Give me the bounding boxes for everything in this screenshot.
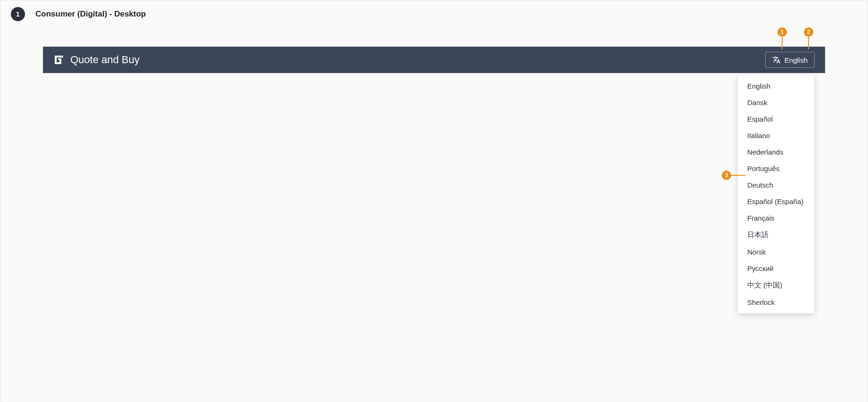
language-option[interactable]: 日本語: [738, 226, 814, 244]
language-option[interactable]: Русский: [738, 260, 814, 277]
page-header: 1 Consumer (Digital) - Desktop: [0, 0, 868, 28]
app-frame: 1 2 3 Quote and Buy English English Dans…: [43, 47, 825, 73]
language-option[interactable]: Italiano: [738, 127, 814, 144]
language-dropdown: English Dansk Español Italiano Nederland…: [738, 75, 814, 313]
translate-icon: [772, 56, 781, 64]
language-selector-button[interactable]: English: [765, 52, 815, 68]
language-option[interactable]: Dansk: [738, 94, 814, 111]
annotation-line-2: [808, 37, 809, 49]
language-option[interactable]: Español (España): [738, 193, 814, 210]
language-option[interactable]: Nederlands: [738, 144, 814, 160]
annotation-marker-3: 3: [722, 171, 731, 180]
language-option[interactable]: Sherlock: [738, 294, 814, 311]
step-number-badge: 1: [11, 7, 25, 21]
language-option[interactable]: Norsk: [738, 244, 814, 260]
language-option[interactable]: 中文 (中国): [738, 277, 814, 294]
page-title: Consumer (Digital) - Desktop: [35, 9, 146, 19]
app-header: Quote and Buy English: [43, 47, 825, 73]
language-option[interactable]: Español: [738, 111, 814, 127]
language-option[interactable]: Deutsch: [738, 177, 814, 193]
annotation-line-3: [731, 175, 745, 176]
language-button-label: English: [785, 56, 808, 64]
annotation-marker-1: 1: [777, 27, 787, 37]
brand-logo-icon: [53, 54, 65, 66]
annotation-line-1: [782, 37, 783, 49]
annotation-marker-2: 2: [804, 27, 813, 37]
brand-text: Quote and Buy: [70, 54, 140, 66]
language-option[interactable]: English: [738, 78, 814, 94]
language-option[interactable]: Français: [738, 210, 814, 226]
brand: Quote and Buy: [53, 54, 140, 66]
step-number: 1: [16, 10, 20, 18]
language-option[interactable]: Português: [738, 160, 814, 177]
